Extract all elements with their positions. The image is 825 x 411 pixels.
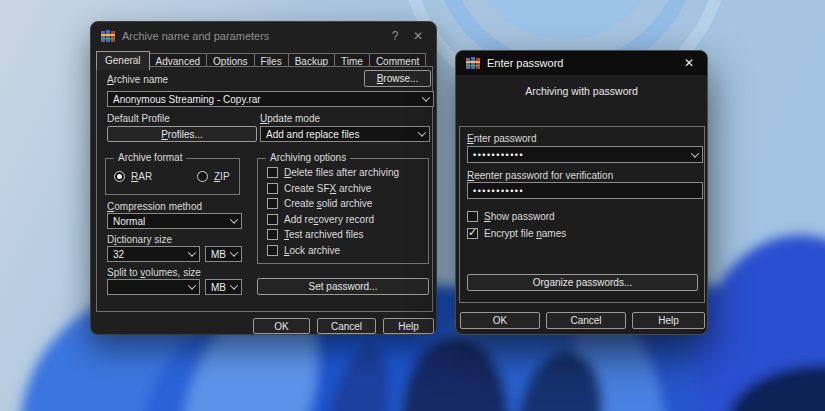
compression-method-value: Normal xyxy=(108,216,226,227)
checkbox xyxy=(467,228,478,239)
password-dialog-title: Enter password xyxy=(487,57,563,69)
update-mode-label: Update mode xyxy=(260,113,320,124)
radio-button xyxy=(197,171,208,182)
checkbox xyxy=(467,211,478,222)
desktop: Archive name and parameters ? ✕ GeneralA… xyxy=(0,0,825,411)
radio-button xyxy=(114,171,125,182)
winrar-icon xyxy=(466,57,480,69)
archive-name-combobox[interactable]: Anonymous Streaming - Copy.rar xyxy=(107,91,434,107)
dictionary-unit-combobox[interactable]: MB xyxy=(205,246,242,262)
checkbox-row[interactable]: Lock archive xyxy=(267,245,340,256)
organize-passwords-button[interactable]: Organize passwords... xyxy=(467,274,698,291)
split-unit-value: MB xyxy=(206,282,226,293)
archiving-options-legend: Archiving options xyxy=(266,152,350,163)
archive-format-legend: Archive format xyxy=(114,152,186,163)
chevron-down-icon[interactable] xyxy=(184,247,199,261)
checkbox xyxy=(267,183,278,194)
password-input[interactable]: ••••••••••• xyxy=(467,146,703,163)
checkbox xyxy=(267,214,278,225)
password-value: ••••••••••• xyxy=(468,150,687,160)
compression-method-label: Compression method xyxy=(107,201,202,212)
dictionary-size-combobox[interactable]: 32 xyxy=(107,246,200,262)
help-titlebar-button[interactable]: ? xyxy=(387,29,403,43)
chevron-down-icon[interactable] xyxy=(418,92,433,106)
compression-method-combobox[interactable]: Normal xyxy=(107,213,242,229)
reenter-password-input[interactable]: ••••••••••• xyxy=(467,182,703,199)
password-dialog-titlebar: Enter password ✕ xyxy=(456,51,707,75)
checkbox-row[interactable]: Test archived files xyxy=(267,229,363,240)
help-button[interactable]: Help xyxy=(383,318,434,334)
profiles-button[interactable]: Profiles... xyxy=(107,126,257,142)
checkbox xyxy=(267,245,278,256)
checkbox-row[interactable]: Delete files after archiving xyxy=(267,167,399,178)
chevron-down-icon[interactable] xyxy=(226,247,241,261)
enter-password-label: Enter password xyxy=(467,133,536,144)
archive-dialog: Archive name and parameters ? ✕ GeneralA… xyxy=(90,21,437,335)
reenter-password-label: Reenter password for verification xyxy=(467,170,613,181)
default-profile-label: Default Profile xyxy=(107,113,170,124)
general-tab-panel: Archive name Browse... Anonymous Streami… xyxy=(96,66,433,312)
checkbox xyxy=(267,198,278,209)
cancel-button[interactable]: Cancel xyxy=(546,312,626,329)
checkbox-row[interactable]: Add recovery record xyxy=(267,214,374,225)
ok-button[interactable]: OK xyxy=(253,318,310,334)
close-icon[interactable]: ✕ xyxy=(410,29,426,43)
chevron-down-icon[interactable] xyxy=(414,127,429,141)
checkbox xyxy=(267,229,278,240)
help-button[interactable]: Help xyxy=(632,312,705,329)
dictionary-unit-value: MB xyxy=(206,249,226,260)
archive-dialog-title: Archive name and parameters xyxy=(122,30,269,42)
radio-row[interactable]: RAR xyxy=(114,171,152,182)
chevron-down-icon[interactable] xyxy=(226,214,241,228)
winrar-icon xyxy=(101,30,115,42)
dictionary-size-label: Dictionary size xyxy=(107,234,172,245)
tab[interactable]: General xyxy=(96,51,150,70)
checkbox-row[interactable]: Create SFX archive xyxy=(267,183,371,194)
update-mode-combobox[interactable]: Add and replace files xyxy=(260,126,430,142)
archive-dialog-titlebar: Archive name and parameters ? ✕ xyxy=(91,22,436,49)
chevron-down-icon[interactable] xyxy=(226,280,241,294)
update-mode-value: Add and replace files xyxy=(261,129,414,140)
checkbox-row[interactable]: Encrypt file names xyxy=(467,228,566,239)
checkbox-row[interactable]: Create solid archive xyxy=(267,198,372,209)
split-volumes-combobox[interactable] xyxy=(107,279,200,295)
checkbox-row[interactable]: Show password xyxy=(467,211,555,222)
archive-name-label: Archive name xyxy=(107,74,168,85)
archiving-with-password-text: Archiving with password xyxy=(456,85,707,97)
browse-button[interactable]: Browse... xyxy=(364,70,431,87)
reenter-password-value: ••••••••••• xyxy=(468,186,702,196)
archive-name-value: Anonymous Streaming - Copy.rar xyxy=(108,94,418,105)
close-icon[interactable]: ✕ xyxy=(681,56,697,70)
split-unit-combobox[interactable]: MB xyxy=(205,279,242,295)
dictionary-size-value: 32 xyxy=(108,249,184,260)
set-password-button[interactable]: Set password... xyxy=(257,278,429,295)
chevron-down-icon[interactable] xyxy=(687,147,702,162)
password-dialog: Enter password ✕ Archiving with password… xyxy=(455,50,708,335)
radio-row[interactable]: ZIP xyxy=(197,171,230,182)
archiving-options-group: Archiving options Delete files after arc… xyxy=(257,158,429,264)
cancel-button[interactable]: Cancel xyxy=(317,318,376,334)
archive-format-group: Archive format RAR ZIP xyxy=(105,158,240,195)
split-volumes-label: Split to volumes, size xyxy=(107,267,201,278)
ok-button[interactable]: OK xyxy=(460,312,540,329)
checkbox xyxy=(267,167,278,178)
chevron-down-icon[interactable] xyxy=(184,280,199,294)
